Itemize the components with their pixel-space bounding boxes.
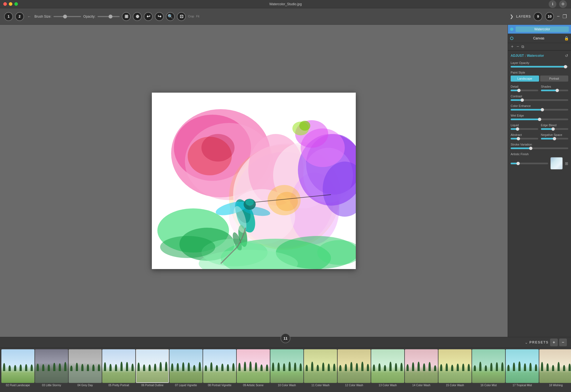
- svg-point-39: [160, 236, 215, 258]
- color-enhance-thumb[interactable]: [541, 108, 544, 111]
- landscape-button[interactable]: Landscape: [511, 76, 539, 82]
- edge-bleed-control: Edge Bleed: [541, 123, 569, 130]
- svg-point-17: [276, 192, 298, 211]
- layer-canvas[interactable]: Canvas 🔒: [508, 34, 571, 43]
- edge-bleed-slider[interactable]: [541, 128, 569, 130]
- liquid-control: Liquid: [511, 123, 538, 130]
- expand-collapse-icon[interactable]: ⌄: [525, 340, 528, 345]
- opacity-thumb[interactable]: [109, 15, 112, 18]
- preset-thumb-16: [506, 349, 539, 383]
- preset-item-5[interactable]: 06 Portrait Outline: [136, 349, 169, 388]
- layers-expand-arrow[interactable]: ❯: [510, 14, 513, 19]
- tool-5-button[interactable]: ↩: [144, 12, 153, 21]
- close-button[interactable]: [3, 2, 7, 6]
- tool-9-button[interactable]: 9: [534, 12, 542, 21]
- stroke-variation-label: Stroke Variation: [511, 143, 568, 146]
- settings-icon[interactable]: ⚙: [559, 0, 567, 8]
- presets-scroll[interactable]: 02 Fluid Landscape03 Little Stormy04 Gre…: [0, 348, 571, 392]
- artistic-finish-thumbnail[interactable]: [550, 157, 563, 170]
- preset-thumb-15: [472, 349, 505, 383]
- layer-watercolor-btn[interactable]: Watercolor: [516, 26, 569, 32]
- layer-opacity-slider[interactable]: [511, 66, 568, 68]
- layer-duplicate-button[interactable]: ⧉: [521, 44, 524, 49]
- preset-item-9[interactable]: 10 Color Wash: [270, 349, 303, 388]
- detail-shades-control: Detail Shades: [511, 85, 568, 91]
- copy-button[interactable]: ❐: [562, 14, 567, 20]
- preset-add-button[interactable]: +: [550, 339, 558, 346]
- preset-item-13[interactable]: 14 Color Wash: [405, 349, 438, 388]
- tool-1-button[interactable]: 1: [4, 12, 13, 21]
- preset-item-17[interactable]: 18 Wishing: [539, 349, 571, 388]
- preset-item-3[interactable]: 04 Grey Day: [69, 349, 102, 388]
- liquid-thumb[interactable]: [516, 127, 519, 131]
- brush-size-thumb[interactable]: [63, 15, 67, 18]
- abstract-thumb[interactable]: [517, 137, 520, 140]
- layers-section: Watercolor Canvas 🔒 + − ⧉: [508, 25, 571, 51]
- preset-item-2[interactable]: 03 Little Stormy: [35, 349, 68, 388]
- link-icon[interactable]: ⊞: [565, 161, 568, 166]
- presets-collapse-button[interactable]: 11: [281, 333, 290, 343]
- brush-size-slider[interactable]: [53, 16, 81, 17]
- tool-7-button[interactable]: 🔍: [166, 12, 175, 21]
- preset-remove-button[interactable]: −: [559, 339, 567, 346]
- color-enhance-slider[interactable]: [511, 109, 568, 111]
- info-icon[interactable]: ℹ: [549, 0, 556, 8]
- minimize-button[interactable]: [9, 2, 12, 6]
- shades-control: Shades: [541, 85, 569, 91]
- preset-item-10[interactable]: 11 Color Wash: [304, 349, 337, 388]
- detail-thumb[interactable]: [517, 89, 521, 92]
- stroke-variation-fill: [511, 147, 531, 149]
- preset-item-16[interactable]: 17 Tropical Mist: [506, 349, 539, 388]
- preset-item-6[interactable]: 07 Liquid Vignette: [169, 349, 203, 388]
- preset-item-15[interactable]: 16 Color Mist: [472, 349, 505, 388]
- artistic-finish-thumb[interactable]: [516, 162, 520, 165]
- layer-opacity-thumb[interactable]: [564, 65, 567, 68]
- tool-2-button[interactable]: 2: [15, 12, 24, 21]
- tool-4-button[interactable]: ⊕: [133, 12, 142, 21]
- negative-space-control: Negative Space: [541, 133, 569, 139]
- preset-thumb-13: [405, 349, 438, 383]
- negative-space-thumb[interactable]: [553, 137, 556, 140]
- layer-add-button[interactable]: +: [510, 44, 514, 49]
- shades-slider[interactable]: [541, 90, 569, 91]
- edge-bleed-thumb[interactable]: [551, 127, 555, 131]
- preset-item-14[interactable]: 15 Color Wash: [438, 349, 472, 388]
- minus-button[interactable]: −: [557, 14, 560, 19]
- preset-item-12[interactable]: 13 Color Wash: [371, 349, 404, 388]
- preset-label-2: 03 Little Stormy: [35, 383, 68, 388]
- preset-item-1[interactable]: 02 Fluid Landscape: [1, 349, 34, 388]
- layer-canvas-dot: [510, 37, 513, 40]
- liquid-slider[interactable]: [511, 128, 538, 130]
- portrait-button[interactable]: Portrait: [540, 76, 569, 82]
- shades-thumb[interactable]: [556, 89, 559, 92]
- tool-3-button[interactable]: ⊞: [122, 12, 131, 21]
- stroke-variation-slider[interactable]: [511, 147, 568, 149]
- preset-label-17: 18 Wishing: [539, 383, 571, 388]
- layer-watercolor[interactable]: Watercolor: [508, 25, 571, 34]
- opacity-slider[interactable]: [98, 16, 120, 17]
- presets-title: PRESETS: [529, 340, 549, 344]
- abstract-slider[interactable]: [511, 138, 538, 139]
- contrast-thumb[interactable]: [521, 98, 524, 102]
- preset-item-7[interactable]: 08 Portrait Vignette: [203, 349, 236, 388]
- wet-edge-thumb[interactable]: [538, 118, 541, 121]
- layer-delete-button[interactable]: −: [516, 44, 520, 49]
- tool-10-button[interactable]: 10: [545, 12, 554, 21]
- preset-item-4[interactable]: 05 Pretty Portrait: [102, 349, 135, 388]
- tool-6-button[interactable]: ↪: [155, 12, 164, 21]
- contrast-slider[interactable]: [511, 99, 568, 101]
- preset-item-11[interactable]: 12 Color Wash: [338, 349, 371, 388]
- wet-edge-slider[interactable]: [511, 119, 568, 120]
- detail-slider[interactable]: [511, 90, 538, 91]
- stroke-variation-thumb[interactable]: [529, 147, 532, 150]
- preset-item-8[interactable]: 09 Artistic Scene: [237, 349, 270, 388]
- adjust-reset-button[interactable]: ↺: [565, 53, 568, 58]
- negative-space-slider[interactable]: [541, 138, 569, 139]
- artistic-finish-slider[interactable]: [511, 163, 548, 164]
- liquid-edge-control: Liquid Edge Bleed: [511, 123, 568, 130]
- tool-8-button[interactable]: ⊡: [177, 12, 186, 21]
- maximize-button[interactable]: [14, 2, 18, 6]
- abstract-label: Abstract: [511, 133, 538, 136]
- layer-canvas-btn[interactable]: Canvas: [516, 36, 562, 41]
- canvas-area: [0, 25, 508, 337]
